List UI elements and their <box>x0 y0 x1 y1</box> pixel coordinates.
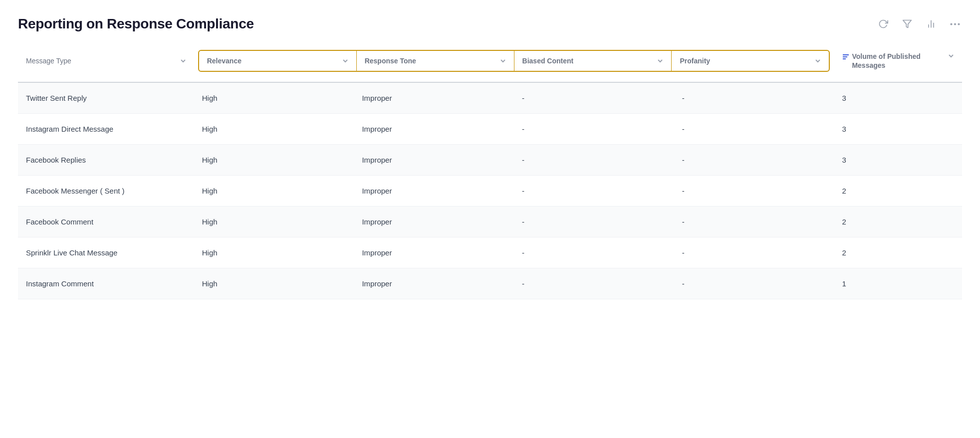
col-header-response-tone[interactable]: Response Tone <box>357 51 514 71</box>
cell-biased-content: - <box>514 268 674 299</box>
col-header-biased-content[interactable]: Biased Content <box>514 51 672 71</box>
table-row: Twitter Sent ReplyHighImproper--3 <box>18 82 962 114</box>
cell-volume: 2 <box>834 207 962 237</box>
table-header-row: Message Type Relevance <box>18 46 962 76</box>
cell-profanity: - <box>674 82 834 114</box>
cell-biased-content: - <box>514 145 674 176</box>
filter-icon[interactable] <box>900 17 914 31</box>
more-options-icon[interactable] <box>948 17 962 31</box>
cell-volume: 2 <box>834 176 962 207</box>
cell-response-tone: Improper <box>354 207 514 237</box>
filter-group-border: Relevance Response Tone Bi <box>198 50 830 72</box>
cell-profanity: - <box>674 114 834 145</box>
refresh-icon[interactable] <box>876 17 890 31</box>
cell-relevance: High <box>194 176 354 207</box>
table-subheader-row <box>18 76 962 82</box>
cell-biased-content: - <box>514 207 674 237</box>
table-row: Facebook RepliesHighImproper--3 <box>18 145 962 176</box>
cell-message-type: Twitter Sent Reply <box>18 82 194 114</box>
table-row: Facebook Messenger ( Sent )HighImproper-… <box>18 176 962 207</box>
cell-relevance: High <box>194 82 354 114</box>
col-header-volume[interactable]: Volume of Published Messages <box>834 46 962 76</box>
cell-volume: 3 <box>834 82 962 114</box>
page-title: Reporting on Response Compliance <box>18 16 254 32</box>
cell-profanity: - <box>674 176 834 207</box>
chevron-down-icon <box>180 58 186 64</box>
table-body: Twitter Sent ReplyHighImproper--3Instagr… <box>18 82 962 299</box>
cell-relevance: High <box>194 145 354 176</box>
cell-response-tone: Improper <box>354 268 514 299</box>
cell-volume: 3 <box>834 114 962 145</box>
cell-message-type: Instagram Direct Message <box>18 114 194 145</box>
cell-relevance: High <box>194 268 354 299</box>
cell-response-tone: Improper <box>354 82 514 114</box>
chevron-down-icon <box>815 58 821 64</box>
cell-relevance: High <box>194 207 354 237</box>
svg-marker-0 <box>903 20 912 28</box>
cell-message-type: Facebook Messenger ( Sent ) <box>18 176 194 207</box>
cell-profanity: - <box>674 268 834 299</box>
cell-profanity: - <box>674 237 834 268</box>
cell-biased-content: - <box>514 237 674 268</box>
highlighted-columns-group: Relevance Response Tone Bi <box>194 46 834 76</box>
cell-biased-content: - <box>514 82 674 114</box>
cell-message-type: Facebook Replies <box>18 145 194 176</box>
cell-profanity: - <box>674 207 834 237</box>
cell-biased-content: - <box>514 114 674 145</box>
svg-point-4 <box>950 23 952 25</box>
cell-relevance: High <box>194 237 354 268</box>
col-header-profanity[interactable]: Profanity <box>672 51 829 71</box>
cell-volume: 2 <box>834 237 962 268</box>
table-row: Instagram CommentHighImproper--1 <box>18 268 962 299</box>
sort-active-icon <box>842 52 850 62</box>
cell-message-type: Instagram Comment <box>18 268 194 299</box>
table-row: Instagram Direct MessageHighImproper--3 <box>18 114 962 145</box>
page-header: Reporting on Response Compliance <box>18 16 962 32</box>
cell-volume: 1 <box>834 268 962 299</box>
svg-point-5 <box>954 23 956 25</box>
table-row: Facebook CommentHighImproper--2 <box>18 207 962 237</box>
chevron-down-icon <box>948 53 954 59</box>
cell-relevance: High <box>194 114 354 145</box>
cell-response-tone: Improper <box>354 237 514 268</box>
cell-response-tone: Improper <box>354 176 514 207</box>
cell-biased-content: - <box>514 176 674 207</box>
chart-icon[interactable] <box>924 17 938 31</box>
col-header-message-type[interactable]: Message Type <box>18 46 194 76</box>
cell-response-tone: Improper <box>354 114 514 145</box>
chevron-down-icon <box>500 58 506 64</box>
cell-message-type: Sprinklr Live Chat Message <box>18 237 194 268</box>
cell-profanity: - <box>674 145 834 176</box>
cell-volume: 3 <box>834 145 962 176</box>
col-header-relevance[interactable]: Relevance <box>199 51 357 71</box>
cell-response-tone: Improper <box>354 145 514 176</box>
svg-point-6 <box>958 23 960 25</box>
cell-message-type: Facebook Comment <box>18 207 194 237</box>
compliance-table: Message Type Relevance <box>18 46 962 299</box>
chevron-down-icon <box>342 58 348 64</box>
table-row: Sprinklr Live Chat MessageHighImproper--… <box>18 237 962 268</box>
chevron-down-icon <box>657 58 663 64</box>
toolbar <box>876 17 962 31</box>
